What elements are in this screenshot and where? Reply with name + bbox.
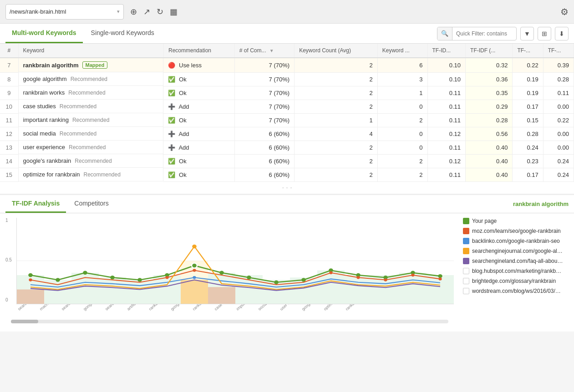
col-keyword2[interactable]: Keyword ... — [377, 44, 427, 58]
filter-button[interactable]: ▼ — [520, 27, 534, 40]
svg-rect-19 — [208, 287, 235, 304]
scrollbar-track[interactable] — [11, 320, 448, 323]
col-kw-count[interactable]: Keyword Count (Avg) — [295, 44, 378, 58]
row-kw-count: 1 — [295, 113, 378, 127]
row-num: 13 — [0, 141, 18, 154]
table-row[interactable]: 12 social media Recommended ➕ Add 6 (60%… — [0, 127, 574, 141]
x-label: google's ra... — [301, 304, 320, 312]
table-row[interactable]: 7 rankbrain algorithm Mapped 🔴 Use less … — [0, 58, 574, 72]
tab-multi-word[interactable]: Multi-word Keywords — [5, 24, 83, 43]
row-tf3: 0.23 — [513, 154, 543, 168]
calendar-icon[interactable]: ▦ — [170, 7, 178, 17]
col-tfidf2[interactable]: TF-IDF (... — [466, 44, 513, 58]
row-kw2: 1 — [377, 86, 427, 100]
row-kw2: 2 — [377, 154, 427, 168]
quick-filter-input[interactable] — [452, 30, 516, 37]
svg-rect-13 — [345, 275, 372, 304]
col-tfidf4[interactable]: TF-... — [543, 44, 574, 58]
legend-item[interactable]: searchenginejournal.com/google-algorithm… — [463, 248, 569, 254]
row-tf2: 0.28 — [466, 113, 513, 127]
row-kw-count: 2 — [295, 86, 378, 100]
svg-point-26 — [192, 263, 197, 268]
legend-item[interactable]: blog.hubspot.com/marketing/rankbrain-gui… — [463, 268, 569, 274]
svg-point-38 — [193, 269, 196, 271]
url-input-wrapper[interactable]: ▾ — [5, 4, 124, 20]
table-row[interactable]: 13 user experience Recommended ➕ Add 6 (… — [0, 141, 574, 154]
row-count: 6 (60%) — [234, 154, 294, 168]
url-dropdown-icon[interactable]: ▾ — [117, 9, 120, 15]
keyword-text: social media — [23, 130, 56, 137]
tab-tfidf-analysis[interactable]: TF-IDF Analysis — [5, 195, 66, 213]
tabs-bar: Multi-word Keywords Single-word Keywords… — [0, 24, 574, 44]
tab-single-word[interactable]: Single-word Keywords — [85, 24, 161, 43]
row-tf2: 0.40 — [466, 154, 513, 168]
bottom-tabs-bar: TF-IDF Analysis Competitors rankbrain al… — [0, 195, 574, 213]
row-count: 7 (70%) — [234, 113, 294, 127]
chart-scrollbar[interactable] — [5, 318, 454, 327]
col-competitors[interactable]: # of Com... ▼ — [234, 44, 294, 58]
row-count: 7 (70%) — [234, 100, 294, 113]
table-row[interactable]: 9 rankbrain works Recommended ✅ Ok 7 (70… — [0, 86, 574, 100]
table-row[interactable]: 11 important ranking Recommended ✅ Ok 7 … — [0, 113, 574, 127]
legend-item[interactable]: brightedge.com/glossary/rankbrain — [463, 278, 569, 284]
svg-rect-17 — [17, 289, 44, 304]
row-count: 7 (70%) — [234, 86, 294, 100]
row-num: 8 — [0, 72, 18, 86]
scrollbar-thumb[interactable] — [11, 320, 38, 323]
grid-button[interactable]: ⊞ — [538, 27, 551, 40]
legend-item[interactable]: Your page — [463, 218, 569, 224]
search-icon: 🔍 — [437, 27, 452, 40]
y-label-1: 1 — [5, 218, 16, 223]
x-label: artificial int... — [126, 304, 146, 312]
table-row[interactable]: 15 optimize for rankbrain Recommended ✅ … — [0, 168, 574, 181]
row-recommendation: ➕ Add — [163, 100, 234, 113]
row-kw2: 6 — [377, 58, 427, 72]
legend-label: Your page — [472, 218, 497, 224]
table-row[interactable]: 10 case studies Recommended ➕ Add 7 (70%… — [0, 100, 574, 113]
refresh-icon[interactable]: ↻ — [157, 7, 163, 17]
row-kw2: 0 — [377, 100, 427, 113]
svg-point-35 — [438, 274, 442, 277]
col-num[interactable]: # — [0, 44, 18, 58]
row-tf2: 0.40 — [466, 168, 513, 181]
legend-color-box — [463, 258, 469, 264]
add-icon: ➕ — [168, 131, 175, 137]
gear-icon[interactable]: ⚙ — [560, 6, 569, 17]
svg-point-24 — [137, 278, 142, 281]
chart-area: 1 0.5 0 — [0, 213, 574, 332]
x-label: machine le... — [39, 304, 58, 312]
table-row[interactable]: 8 google algorithm Recommended ✅ Ok 7 (7… — [0, 72, 574, 86]
col-tfidf1[interactable]: TF-ID... — [427, 44, 466, 58]
share-icon[interactable]: ↗ — [143, 7, 150, 17]
row-count: 6 (60%) — [234, 141, 294, 154]
svg-point-21 — [56, 278, 60, 281]
legend-item[interactable]: wordstream.com/blog/ws/2016/03/16/rankbr… — [463, 288, 569, 294]
top-bar: ▾ ⊕ ↗ ↻ ▦ ⚙ — [0, 0, 574, 24]
row-tf3: 0.24 — [513, 141, 543, 154]
row-kw-count: 2 — [295, 168, 378, 181]
col-tfidf3[interactable]: TF-... — [513, 44, 543, 58]
tab-competitors[interactable]: Competitors — [68, 195, 115, 213]
row-tf2: 0.32 — [466, 58, 513, 72]
col-keyword[interactable]: Keyword — [18, 44, 163, 58]
url-input[interactable] — [10, 8, 115, 15]
svg-point-22 — [83, 271, 87, 274]
download-button[interactable]: ⬇ — [555, 27, 569, 40]
plus-icon[interactable]: ⊕ — [130, 7, 137, 17]
row-keyword: user experience Recommended — [19, 141, 164, 154]
row-tf1: 0.11 — [427, 168, 466, 181]
legend-item[interactable]: moz.com/learn/seo/google-rankbrain — [463, 228, 569, 234]
svg-point-29 — [274, 280, 279, 284]
keyword-text: google's rankbrain — [23, 157, 71, 164]
col-recommendation[interactable]: Recommendation — [163, 44, 234, 58]
legend-item[interactable]: searchengineland.com/faq-all-about-the-n… — [463, 258, 569, 264]
legend-label: searchengineland.com/faq-all-about-the-n… — [472, 258, 563, 264]
table-body: 7 rankbrain algorithm Mapped 🔴 Use less … — [0, 58, 574, 181]
search-filter[interactable]: 🔍 — [437, 27, 517, 40]
table-row[interactable]: 14 google's rankbrain Recommended ✅ Ok 6… — [0, 154, 574, 168]
row-keyword: social media Recommended — [19, 127, 164, 141]
legend-item[interactable]: backlinko.com/google-rankbrain-seo — [463, 238, 569, 244]
row-tf3: 0.17 — [513, 168, 543, 181]
keyword-text: rankbrain works — [23, 89, 65, 96]
x-label: case studies — [213, 304, 233, 312]
